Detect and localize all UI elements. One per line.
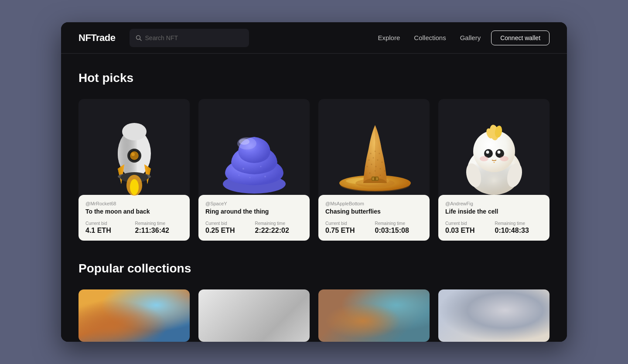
svg-point-29: [370, 153, 371, 154]
time-value-2: 0:03:15:08: [375, 227, 423, 235]
svg-point-8: [131, 153, 135, 156]
svg-point-55: [486, 151, 489, 154]
popular-collections-title: Popular collections: [78, 262, 550, 276]
nft-image-area-rocket: [78, 99, 190, 195]
nft-title-2: Chasing butterflies: [325, 208, 423, 215]
nft-bid-row-3: Current bid 0.03 ETH Remaining time 0:10…: [445, 221, 543, 235]
time-value-1: 2:22:22:02: [255, 227, 303, 235]
svg-point-23: [264, 176, 266, 177]
svg-point-30: [374, 151, 375, 152]
logo: NFTrade: [78, 32, 116, 44]
nft-card-rocket[interactable]: @MrRocket68 To the moon and back Current…: [78, 99, 190, 241]
hot-picks-grid: @MrRocket68 To the moon and back Current…: [78, 99, 550, 241]
nft-title-0: To the moon and back: [85, 208, 183, 215]
time-block-0: Remaining time 2:11:36:42: [135, 221, 183, 235]
svg-line-1: [140, 39, 141, 41]
bid-label-1: Current bid: [205, 221, 253, 226]
collection-card-2[interactable]: [198, 289, 310, 342]
bid-value-1: 0.25 ETH: [205, 227, 253, 235]
time-label-0: Remaining time: [135, 221, 183, 226]
nft-card-crystal[interactable]: @SpaceY Ring around the thing Current bi…: [198, 99, 310, 241]
svg-point-40: [384, 170, 385, 172]
time-label-2: Remaining time: [375, 221, 423, 226]
nft-card-hat[interactable]: @MsAppleBottom Chasing butterflies Curre…: [318, 99, 430, 241]
svg-point-39: [379, 168, 381, 170]
nft-image-area-hat: [318, 99, 430, 195]
bid-label-0: Current bid: [85, 221, 133, 226]
nft-card-info-chick: @AndrewFig Life inside the cell Current …: [438, 195, 550, 241]
bid-label-3: Current bid: [445, 221, 493, 226]
time-value-0: 2:11:36:42: [135, 227, 183, 235]
time-label-3: Remaining time: [495, 221, 543, 226]
hot-picks-title: Hot picks: [78, 71, 550, 85]
collection-card-1[interactable]: [78, 289, 190, 342]
bid-label-2: Current bid: [325, 221, 373, 226]
nft-username-0: @MrRocket68: [85, 201, 183, 206]
svg-rect-46: [374, 177, 376, 180]
collection-image-1: [78, 289, 190, 342]
search-icon: [136, 35, 142, 41]
svg-point-41: [369, 173, 370, 174]
collection-image-2: [198, 289, 310, 342]
svg-point-38: [375, 166, 376, 167]
bid-block-2: Current bid 0.75 ETH: [325, 221, 373, 235]
browser-window: NFTrade Explore Collections Gallery Conn…: [61, 22, 567, 342]
nft-title-1: Ring around the thing: [205, 208, 303, 215]
collection-card-3[interactable]: [318, 289, 430, 342]
svg-point-20: [242, 168, 244, 170]
svg-point-16: [130, 179, 139, 195]
bid-value-0: 4.1 ETH: [85, 227, 133, 235]
nft-username-3: @AndrewFig: [445, 201, 543, 206]
bid-block-1: Current bid 0.25 ETH: [205, 221, 253, 235]
svg-point-34: [377, 160, 378, 161]
nft-bid-row-0: Current bid 4.1 ETH Remaining time 2:11:…: [85, 221, 183, 235]
svg-point-33: [372, 157, 374, 159]
nft-card-info-crystal: @SpaceY Ring around the thing Current bi…: [198, 195, 310, 241]
nav-link-gallery[interactable]: Gallery: [460, 34, 481, 41]
popular-collections-section: Popular collections: [78, 262, 550, 342]
connect-wallet-button[interactable]: Connect wallet: [491, 31, 550, 45]
svg-point-24: [238, 175, 239, 176]
nft-bid-row-1: Current bid 0.25 ETH Remaining time 2:22…: [205, 221, 303, 235]
hot-picks-section: Hot picks: [78, 71, 550, 241]
time-label-1: Remaining time: [255, 221, 303, 226]
svg-point-19: [239, 139, 249, 145]
nav-link-explore[interactable]: Explore: [378, 34, 400, 41]
svg-point-32: [368, 160, 369, 161]
nav-link-collections[interactable]: Collections: [414, 34, 446, 41]
collection-image-4: [438, 289, 550, 342]
bid-value-3: 0.03 ETH: [445, 227, 493, 235]
svg-point-58: [500, 156, 509, 161]
bid-block-0: Current bid 4.1 ETH: [85, 221, 133, 235]
svg-point-31: [379, 153, 380, 154]
svg-point-42: [374, 170, 375, 172]
nft-username-1: @SpaceY: [205, 201, 303, 206]
main-content: Hot picks: [61, 54, 567, 342]
nft-title-3: Life inside the cell: [445, 208, 543, 215]
nav-links: Explore Collections Gallery: [378, 34, 481, 41]
svg-point-36: [366, 166, 368, 167]
svg-point-22: [249, 177, 250, 178]
svg-point-21: [260, 166, 261, 167]
svg-point-43: [379, 175, 381, 176]
time-block-3: Remaining time 0:10:48:33: [495, 221, 543, 235]
time-value-3: 0:10:48:33: [495, 227, 543, 235]
bid-value-2: 0.75 ETH: [325, 227, 373, 235]
nft-image-area-chick: [438, 99, 550, 195]
nft-bid-row-2: Current bid 0.75 ETH Remaining time 0:03…: [325, 221, 423, 235]
search-bar[interactable]: [130, 29, 249, 47]
time-block-1: Remaining time 2:22:22:02: [255, 221, 303, 235]
svg-point-56: [497, 151, 500, 154]
navbar: NFTrade Explore Collections Gallery Conn…: [61, 22, 567, 54]
svg-point-57: [480, 156, 488, 161]
bid-block-3: Current bid 0.03 ETH: [445, 221, 493, 235]
svg-point-37: [371, 164, 372, 165]
collection-card-4[interactable]: [438, 289, 550, 342]
search-input[interactable]: [145, 34, 243, 41]
nft-card-chick[interactable]: @AndrewFig Life inside the cell Current …: [438, 99, 550, 241]
svg-point-7: [130, 151, 139, 160]
nft-username-2: @MsAppleBottom: [325, 201, 423, 206]
svg-point-35: [381, 162, 382, 163]
collection-image-3: [318, 289, 430, 342]
nft-image-area-crystal: [198, 99, 310, 195]
